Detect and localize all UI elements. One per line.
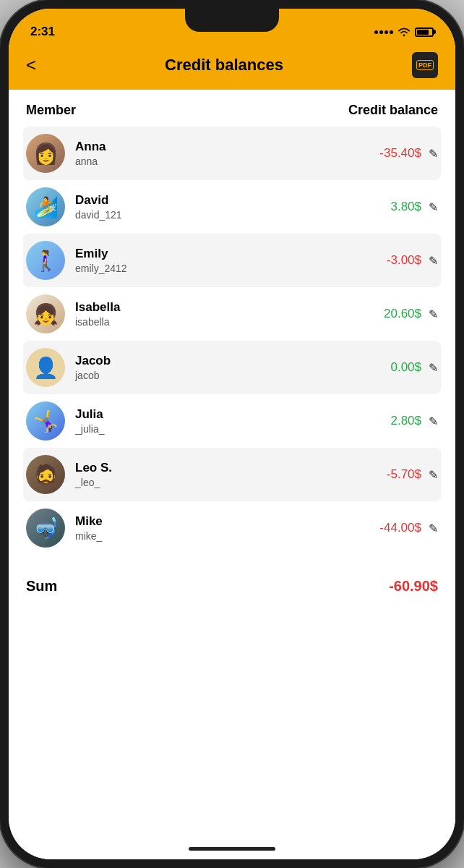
phone-screen: 2:31 < Credit ba	[9, 9, 455, 859]
edit-button-isabella[interactable]: ✎	[429, 307, 438, 321]
member-name-emily: Emily	[75, 246, 371, 262]
balance-section-jacob: 0.00$✎	[371, 360, 438, 375]
member-name-mike: Mike	[75, 514, 371, 529]
member-row: 🧔Leo S._leo_-5.70$✎	[23, 448, 441, 501]
member-row: 🤸‍♀️Julia_julia_2.80$✎	[23, 394, 441, 448]
notch	[185, 9, 279, 32]
back-button[interactable]: <	[26, 56, 36, 74]
edit-button-anna[interactable]: ✎	[429, 147, 438, 161]
avatar-david: 🏄	[26, 187, 65, 226]
member-name-david: David	[75, 192, 371, 208]
edit-button-mike[interactable]: ✎	[429, 522, 438, 535]
balance-section-david: 3.80$✎	[371, 200, 438, 214]
balance-amount-emily: -3.00$	[371, 253, 421, 268]
member-name-jacob: Jacob	[75, 353, 371, 369]
sum-label: Sum	[26, 578, 57, 595]
member-info-jacob: Jacobjacob	[75, 353, 371, 382]
member-info-david: Daviddavid_121	[75, 192, 371, 221]
member-username-emily: emily_2412	[75, 262, 371, 275]
balance-amount-julia: 2.80$	[371, 414, 421, 428]
member-name-leo: Leo S.	[75, 460, 371, 476]
member-name-isabella: Isabella	[75, 299, 371, 315]
member-username-mike: mike_	[75, 529, 371, 542]
member-row: 🚶‍♀️Emilyemily_2412-3.00$✎	[23, 234, 441, 287]
phone-frame: 2:31 < Credit ba	[0, 0, 464, 868]
avatar-anna: 👩	[26, 134, 65, 173]
member-name-anna: Anna	[75, 139, 371, 155]
battery-icon	[415, 27, 434, 37]
member-row: 👧Isabellaisabella20.60$✎	[23, 287, 441, 341]
pdf-icon: PDF	[416, 60, 434, 70]
wifi-icon	[398, 27, 411, 37]
edit-button-leo[interactable]: ✎	[429, 468, 438, 482]
balance-amount-anna: -35.40$	[371, 146, 421, 161]
edit-button-jacob[interactable]: ✎	[429, 361, 438, 375]
member-username-jacob: jacob	[75, 369, 371, 382]
pdf-button[interactable]: PDF	[412, 52, 438, 78]
status-icons	[374, 27, 434, 37]
balance-section-anna: -35.40$✎	[371, 146, 438, 161]
member-info-isabella: Isabellaisabella	[75, 299, 371, 328]
member-info-emily: Emilyemily_2412	[75, 246, 371, 275]
status-time: 2:31	[30, 25, 55, 39]
home-bar	[189, 847, 275, 851]
member-username-anna: anna	[75, 155, 371, 168]
avatar-mike: 🤿	[26, 509, 65, 548]
avatar-emily: 🚶‍♀️	[26, 241, 65, 280]
member-name-julia: Julia	[75, 407, 371, 422]
balance-column-header: Credit balance	[348, 103, 438, 118]
sum-amount: -60.90$	[389, 578, 438, 595]
balance-amount-jacob: 0.00$	[371, 360, 421, 375]
member-info-leo: Leo S._leo_	[75, 460, 371, 489]
edit-button-emily[interactable]: ✎	[429, 254, 438, 268]
balance-section-leo: -5.70$✎	[371, 467, 438, 482]
balance-section-isabella: 20.60$✎	[371, 307, 438, 321]
edit-button-david[interactable]: ✎	[429, 200, 438, 214]
avatar-leo: 🧔	[26, 455, 65, 494]
person-placeholder-icon: 👤	[33, 356, 59, 380]
edit-button-julia[interactable]: ✎	[429, 414, 438, 428]
member-row: 🏄Daviddavid_1213.80$✎	[23, 180, 441, 234]
avatar-julia: 🤸‍♀️	[26, 401, 65, 441]
member-username-julia: _julia_	[75, 422, 371, 435]
member-info-mike: Mikemike_	[75, 514, 371, 542]
signal-icon	[374, 30, 393, 34]
home-indicator	[9, 841, 455, 859]
member-username-david: david_121	[75, 208, 371, 221]
content-area: Member Credit balance 👩Annaanna-35.40$✎🏄…	[9, 90, 455, 841]
member-row: 🤿Mikemike_-44.00$✎	[23, 501, 441, 555]
table-header: Member Credit balance	[23, 90, 441, 127]
member-row: 👩Annaanna-35.40$✎	[23, 127, 441, 180]
balance-amount-mike: -44.00$	[371, 521, 421, 535]
member-info-anna: Annaanna	[75, 139, 371, 168]
member-column-header: Member	[26, 103, 76, 118]
page-title: Credit balances	[165, 56, 283, 75]
avatar-isabella: 👧	[26, 294, 65, 333]
member-row: 👤Jacobjacob0.00$✎	[23, 341, 441, 394]
member-username-isabella: isabella	[75, 315, 371, 328]
member-info-julia: Julia_julia_	[75, 407, 371, 435]
sum-row: Sum -60.90$	[23, 561, 441, 602]
balance-section-mike: -44.00$✎	[371, 521, 438, 535]
balance-section-emily: -3.00$✎	[371, 253, 438, 268]
member-list: 👩Annaanna-35.40$✎🏄Daviddavid_1213.80$✎🚶‍…	[23, 127, 441, 555]
app-header: < Credit balances PDF	[9, 45, 455, 90]
balance-amount-leo: -5.70$	[371, 467, 421, 482]
member-username-leo: _leo_	[75, 476, 371, 489]
balance-amount-david: 3.80$	[371, 200, 421, 214]
avatar-jacob: 👤	[26, 348, 65, 387]
balance-amount-isabella: 20.60$	[371, 307, 421, 321]
balance-section-julia: 2.80$✎	[371, 414, 438, 428]
